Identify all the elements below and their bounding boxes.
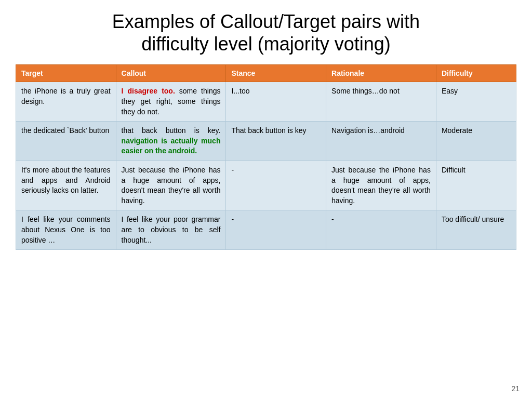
slide-title: Examples of Callout/Target pairs with di…: [16, 10, 516, 55]
table-row: the iPhone is a truly great design. I di…: [16, 82, 516, 122]
rationale-text-3: Just because the iPhone has a huge amoun…: [331, 166, 431, 205]
header-target: Target: [16, 65, 116, 82]
callout-text-3: Just because the iPhone has a huge amoun…: [122, 166, 221, 205]
stance-text-2: That back button is key: [231, 126, 306, 135]
cell-rationale-3: Just because the iPhone has a huge amoun…: [326, 161, 436, 210]
cell-stance-2: That back button is key: [226, 122, 326, 161]
cell-target-3: It's more about the features and apps an…: [16, 161, 116, 210]
title-line1: Examples of Callout/Target pairs with: [112, 11, 420, 32]
page-number: 21: [511, 384, 520, 393]
cell-rationale-4: -: [326, 210, 436, 250]
callout-before-2: that back button is key.: [122, 126, 221, 135]
table-row: It's more about the features and apps an…: [16, 161, 516, 210]
rationale-text-4: -: [331, 215, 334, 223]
stance-text-3: -: [231, 166, 234, 174]
header-rationale: Rationale: [326, 65, 436, 82]
cell-rationale-2: Navigation is…android: [326, 122, 436, 161]
cell-target-2: the dedicated `Back' button: [16, 122, 116, 161]
cell-difficulty-2: Moderate: [436, 122, 516, 161]
cell-stance-3: -: [226, 161, 326, 210]
table-row: the dedicated `Back' button that back bu…: [16, 122, 516, 161]
header-difficulty: Difficulty: [436, 65, 516, 82]
rationale-text-2: Navigation is…android: [331, 126, 405, 135]
difficulty-text-3: Difficult: [442, 166, 466, 174]
cell-difficulty-4: Too difficult/ unsure: [436, 210, 516, 250]
rationale-text-1: Some things…do not: [331, 87, 400, 95]
title-line2: difficulty level (majority voting): [141, 33, 391, 55]
difficulty-text-1: Easy: [442, 87, 458, 95]
target-text-2: the dedicated `Back' button: [21, 126, 109, 135]
stance-text-4: -: [231, 215, 234, 223]
cell-callout-1: I disagree too. some things they get rig…: [116, 82, 226, 122]
cell-target-4: I feel like your comments about Nexus On…: [16, 210, 116, 250]
target-text-3: It's more about the features and apps an…: [21, 166, 111, 194]
callout-text-4: I feel like your poor grammar are to obv…: [122, 215, 221, 244]
data-table: Target Callout Stance Rationale Difficul…: [16, 64, 516, 250]
cell-difficulty-3: Difficult: [436, 161, 516, 210]
callout-green-2: navigation is actually much easier on th…: [122, 137, 221, 155]
header-stance: Stance: [226, 65, 326, 82]
difficulty-text-2: Moderate: [442, 126, 472, 135]
cell-rationale-1: Some things…do not: [326, 82, 436, 122]
callout-red-1: I disagree too.: [122, 87, 175, 95]
cell-stance-1: I...too: [226, 82, 326, 122]
cell-callout-4: I feel like your poor grammar are to obv…: [116, 210, 226, 250]
cell-stance-4: -: [226, 210, 326, 250]
difficulty-text-4: Too difficult/ unsure: [442, 215, 504, 223]
header-callout: Callout: [116, 65, 226, 82]
table-header-row: Target Callout Stance Rationale Difficul…: [16, 65, 516, 82]
slide-container: Examples of Callout/Target pairs with di…: [0, 0, 532, 399]
cell-difficulty-1: Easy: [436, 82, 516, 122]
table-row: I feel like your comments about Nexus On…: [16, 210, 516, 250]
target-text-4: I feel like your comments about Nexus On…: [21, 215, 111, 244]
stance-text-1: I...too: [231, 87, 249, 95]
target-text-1: the iPhone is a truly great design.: [21, 87, 111, 105]
cell-callout-3: Just because the iPhone has a huge amoun…: [116, 161, 226, 210]
cell-target-1: the iPhone is a truly great design.: [16, 82, 116, 122]
cell-callout-2: that back button is key. navigation is a…: [116, 122, 226, 161]
